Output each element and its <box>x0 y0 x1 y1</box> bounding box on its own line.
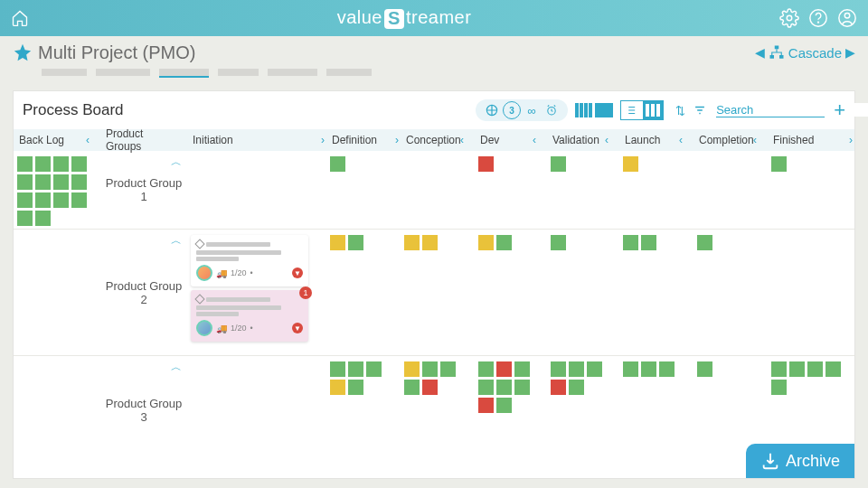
collapse-icon[interactable]: ︿ <box>171 155 182 170</box>
task-tile[interactable] <box>623 361 638 377</box>
task-tile[interactable] <box>623 235 638 250</box>
cell-definition[interactable] <box>326 356 401 464</box>
task-tile[interactable] <box>659 361 675 377</box>
gear-icon[interactable] <box>779 8 799 28</box>
cell-definition[interactable] <box>326 230 401 355</box>
cell-initiation[interactable] <box>187 151 326 229</box>
help-icon[interactable] <box>808 8 828 28</box>
crumb[interactable] <box>42 69 87 76</box>
collapse-icon[interactable]: ︿ <box>171 233 182 249</box>
task-tile[interactable] <box>771 156 787 172</box>
task-tile[interactable] <box>551 235 566 250</box>
backlog-cell-empty[interactable] <box>14 356 100 464</box>
group-label[interactable]: ︿Product Group 1 <box>100 151 187 229</box>
cell-launch[interactable] <box>619 356 693 464</box>
group-label[interactable]: ︿Product Group 3 <box>100 356 187 464</box>
backlog-cell-empty[interactable] <box>14 230 100 355</box>
task-tile[interactable] <box>496 361 512 377</box>
task-tile[interactable] <box>697 361 712 377</box>
task-tile[interactable] <box>826 361 841 377</box>
star-icon[interactable] <box>13 42 33 62</box>
crumb[interactable] <box>268 69 317 76</box>
task-tile[interactable] <box>422 361 438 377</box>
col-completion[interactable]: Completion‹ <box>693 129 768 151</box>
filter-icon[interactable] <box>691 101 709 119</box>
task-tile[interactable] <box>478 156 494 172</box>
task-tile[interactable] <box>514 361 530 377</box>
task-tile[interactable] <box>514 380 530 395</box>
cell-finished[interactable] <box>768 151 854 229</box>
col-product-groups[interactable]: Product Groups <box>100 129 187 151</box>
task-tile[interactable] <box>478 235 494 250</box>
task-tile[interactable] <box>35 192 51 208</box>
cell-completion[interactable] <box>693 151 768 229</box>
task-tile[interactable] <box>71 192 87 208</box>
sort-icon[interactable]: ⇅ <box>671 101 689 119</box>
task-tile[interactable] <box>496 235 512 250</box>
cell-validation[interactable] <box>547 356 619 464</box>
task-tile[interactable] <box>807 361 823 377</box>
cell-launch[interactable] <box>619 230 693 355</box>
task-tile[interactable] <box>330 156 345 172</box>
task-tile[interactable] <box>17 211 33 226</box>
cell-launch[interactable] <box>619 151 693 229</box>
task-tile[interactable] <box>623 156 638 172</box>
task-tile[interactable] <box>17 174 33 190</box>
task-tile[interactable] <box>587 361 602 377</box>
cell-completion[interactable] <box>693 230 768 355</box>
crumb[interactable] <box>96 69 150 76</box>
cell-validation[interactable] <box>547 151 619 229</box>
cell-validation[interactable] <box>547 230 619 355</box>
cell-definition[interactable] <box>326 151 401 229</box>
list-view-icon[interactable] <box>621 101 641 119</box>
task-tile[interactable] <box>771 380 787 395</box>
crumb-active[interactable] <box>159 69 209 76</box>
task-tile[interactable] <box>551 380 566 395</box>
group-label[interactable]: ︿Product Group 2 <box>100 230 187 355</box>
search-input-wrap[interactable] <box>716 103 825 117</box>
task-tile[interactable] <box>71 156 87 172</box>
task-tile[interactable] <box>35 156 51 172</box>
cell-dev[interactable] <box>475 151 547 229</box>
cell-conception[interactable] <box>401 356 475 464</box>
task-tile[interactable] <box>404 235 420 250</box>
task-tile[interactable] <box>478 361 494 377</box>
task-tile[interactable] <box>35 211 51 226</box>
archive-button[interactable]: Archive <box>746 444 854 478</box>
task-tile[interactable] <box>53 192 69 208</box>
cell-initiation[interactable] <box>187 356 326 464</box>
task-tile[interactable] <box>17 156 33 172</box>
col-finished[interactable]: Finished› <box>768 129 854 151</box>
task-tile[interactable] <box>348 235 363 250</box>
cell-initiation[interactable]: 🚚1/20•▼ 1 🚚1/20•▼ <box>187 230 326 355</box>
collapse-icon[interactable]: ︿ <box>171 360 182 375</box>
cell-dev[interactable] <box>475 356 547 464</box>
col-validation[interactable]: Validation‹ <box>547 129 619 151</box>
target-icon[interactable] <box>483 101 501 119</box>
solid-view-icon[interactable] <box>595 103 613 117</box>
task-tile[interactable] <box>569 380 584 395</box>
task-tile[interactable] <box>348 361 363 377</box>
task-tile[interactable] <box>641 361 656 377</box>
task-tile[interactable] <box>496 398 512 413</box>
task-tile[interactable] <box>330 361 345 377</box>
alarm-icon[interactable] <box>542 101 561 119</box>
cascade-toggle[interactable]: ◀ Cascade ▶ <box>755 44 855 61</box>
col-definition[interactable]: Definition› <box>326 129 401 151</box>
task-tile[interactable] <box>330 380 345 395</box>
col-conception[interactable]: Conception‹ <box>401 129 475 151</box>
task-tile[interactable] <box>551 156 566 172</box>
task-tile[interactable] <box>551 361 566 377</box>
task-tile[interactable] <box>641 235 656 250</box>
task-tile[interactable] <box>440 361 456 377</box>
cell-conception[interactable] <box>401 230 475 355</box>
task-tile[interactable] <box>404 361 420 377</box>
add-button[interactable]: + <box>834 99 845 122</box>
task-card[interactable]: 1 🚚1/20•▼ <box>191 290 308 342</box>
infinity-icon[interactable]: ∞ <box>523 101 541 119</box>
cell-finished[interactable] <box>768 230 854 355</box>
task-tile[interactable] <box>789 361 805 377</box>
user-icon[interactable] <box>837 8 857 28</box>
task-tile[interactable] <box>348 380 363 395</box>
grid-view-icon[interactable] <box>575 103 593 117</box>
